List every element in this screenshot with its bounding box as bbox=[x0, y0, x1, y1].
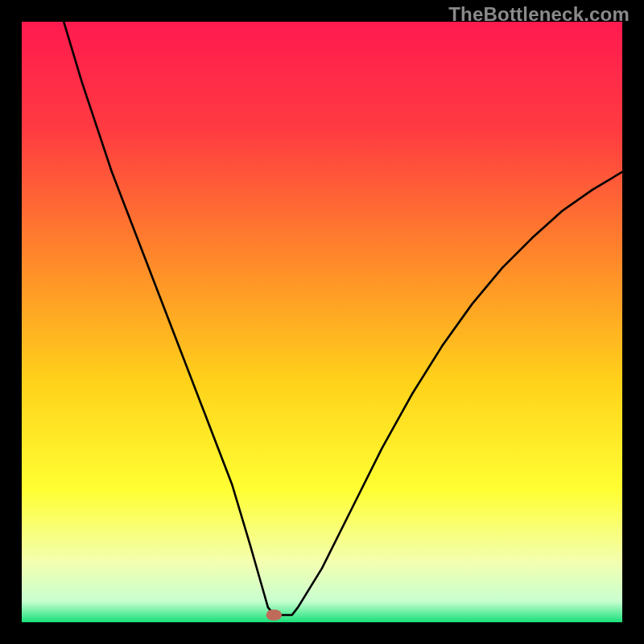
bottleneck-chart bbox=[22, 22, 622, 622]
gradient-background bbox=[22, 22, 622, 622]
optimal-marker bbox=[266, 609, 282, 620]
chart-frame: TheBottleneck.com bbox=[0, 0, 644, 644]
